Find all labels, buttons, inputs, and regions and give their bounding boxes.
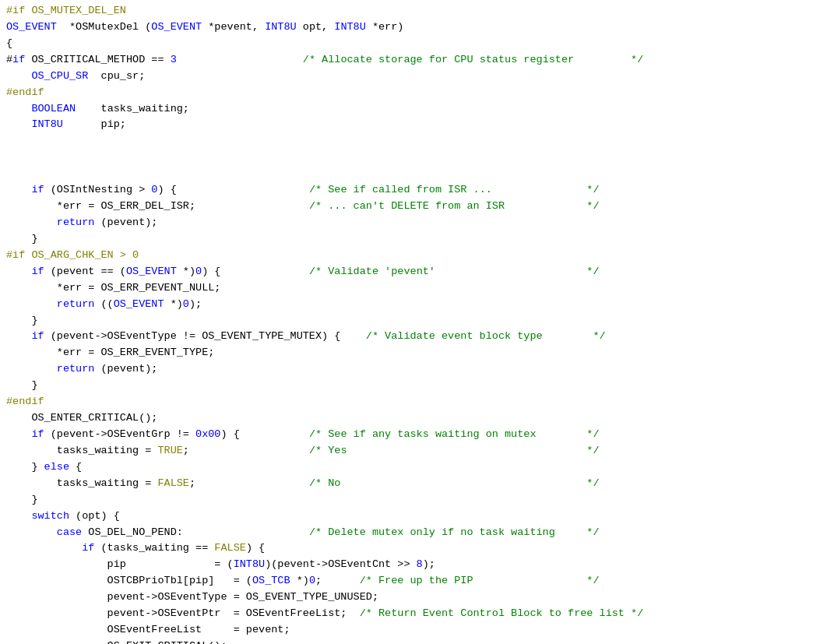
code-line: if (OSIntNesting > 0) { /* See if called…	[6, 182, 814, 199]
code-line: #if OS_CRITICAL_METHOD == 3 /* Allocate …	[6, 52, 814, 69]
code-line: OS_EVENT *OSMutexDel (OS_EVENT *pevent, …	[6, 19, 814, 36]
code-line: *err = OS_ERR_PEVENT_NULL;	[6, 280, 814, 297]
code-line: INT8U pip;	[6, 117, 814, 133]
code-line: return ((OS_EVENT *)0);	[6, 297, 814, 313]
code-line: {	[6, 36, 814, 52]
code-line: pip = (INT8U)(pevent->OSEventCnt >> 8);	[6, 557, 814, 573]
code-line: #endif	[6, 394, 814, 410]
code-line: OSEventFreeList = pevent;	[6, 622, 814, 639]
code-editor: #if OS_MUTEX_DEL_ENOS_EVENT *OSMutexDel …	[0, 0, 820, 644]
code-line: return (pevent);	[6, 215, 814, 231]
code-line: *err = OS_ERR_DEL_ISR; /* ... can't DELE…	[6, 199, 814, 215]
code-line: if (pevent->OSEventType != OS_EVENT_TYPE…	[6, 329, 814, 345]
code-line	[6, 150, 814, 166]
code-line: #endif	[6, 85, 814, 101]
code-line: if (tasks_waiting == FALSE) {	[6, 540, 814, 557]
code-line: tasks_waiting = TRUE; /* Yes */	[6, 443, 814, 459]
code-line: *err = OS_ERR_EVENT_TYPE;	[6, 345, 814, 361]
code-line: return (pevent);	[6, 361, 814, 378]
code-line	[6, 133, 814, 150]
code-line: #if OS_MUTEX_DEL_EN	[6, 3, 814, 19]
code-line: }	[6, 492, 814, 509]
code-line: OSTCBPrioTbl[pip] = (OS_TCB *)0; /* Free…	[6, 573, 814, 589]
code-line: if (pevent == (OS_EVENT *)0) { /* Valida…	[6, 264, 814, 280]
code-line: }	[6, 313, 814, 329]
code-line: switch (opt) {	[6, 509, 814, 525]
code-line: OS_ENTER_CRITICAL();	[6, 410, 814, 427]
code-line: OS_EXIT_CRITICAL();	[6, 639, 814, 644]
code-line: }	[6, 231, 814, 248]
code-line	[6, 166, 814, 182]
code-line: }	[6, 378, 814, 394]
code-line: pevent->OSEventType = OS_EVENT_TYPE_UNUS…	[6, 589, 814, 606]
code-line: if (pevent->OSEventGrp != 0x00) { /* See…	[6, 427, 814, 443]
code-line: BOOLEAN tasks_waiting;	[6, 101, 814, 118]
code-line: case OS_DEL_NO_PEND: /* Delete mutex onl…	[6, 525, 814, 541]
code-line: #if OS_ARG_CHK_EN > 0	[6, 248, 814, 264]
code-line: tasks_waiting = FALSE; /* No */	[6, 476, 814, 492]
code-line: OS_CPU_SR cpu_sr;	[6, 69, 814, 85]
code-line: pevent->OSEventPtr = OSEventFreeList; /*…	[6, 606, 814, 622]
code-line: } else {	[6, 459, 814, 476]
